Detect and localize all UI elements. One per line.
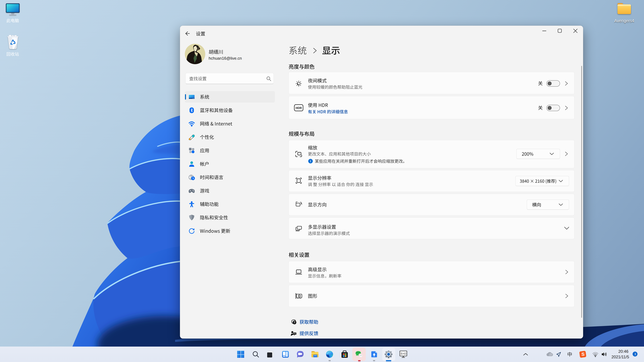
svg-text:HDR: HDR: [296, 106, 302, 110]
svg-text:?: ?: [294, 321, 295, 324]
svg-text:i: i: [310, 160, 311, 163]
svg-text:S>G: S>G: [400, 352, 406, 355]
